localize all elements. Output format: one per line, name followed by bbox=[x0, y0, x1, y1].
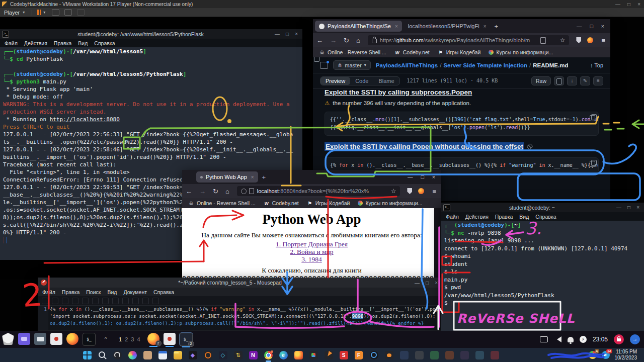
app4-icon[interactable] bbox=[445, 351, 454, 359]
download-icon[interactable]: ↓ bbox=[567, 76, 577, 85]
terminal2-titlebar[interactable]: >_ student@codeby: ~ — □ × bbox=[441, 203, 644, 212]
tab-payloadsallthethings[interactable]: PayloadsAllTheThings/Se × bbox=[315, 21, 402, 32]
save-icon[interactable] bbox=[62, 298, 68, 304]
minimize-button[interactable]: — bbox=[616, 205, 621, 210]
close-button[interactable]: × bbox=[636, 205, 639, 210]
search-replace-icon[interactable] bbox=[152, 298, 159, 304]
menu-item[interactable]: Документ bbox=[123, 289, 147, 295]
close-file-icon[interactable] bbox=[82, 298, 89, 304]
close-button[interactable]: × bbox=[435, 280, 438, 286]
terminal1-titlebar[interactable]: >_ student@codeby: /var/www/html/lesson5… bbox=[0, 29, 302, 39]
terminal-icon[interactable] bbox=[83, 333, 96, 346]
app5-icon[interactable] bbox=[460, 351, 469, 359]
cut-icon[interactable] bbox=[112, 298, 119, 304]
heading-subprocess-popen[interactable]: Exploit the SSTI by calling subprocess.P… bbox=[325, 88, 599, 96]
url-bar[interactable]: https://github.com/swisskyrepo/PayloadsA… bbox=[368, 35, 570, 45]
minimize-button[interactable]: — bbox=[577, 23, 582, 29]
bookmark-codeby[interactable]: wCodeby.net bbox=[394, 49, 430, 55]
reload-icon[interactable]: ↻ bbox=[213, 188, 218, 195]
outline-icon[interactable]: ≡ bbox=[593, 76, 603, 85]
badge-s-icon[interactable]: S bbox=[340, 351, 348, 359]
menu-item[interactable]: Справка bbox=[94, 40, 115, 46]
raw-button[interactable]: Raw bbox=[531, 76, 551, 85]
maximize-button[interactable]: □ bbox=[627, 205, 630, 210]
new-tab-button[interactable]: + bbox=[262, 173, 266, 181]
heading-popen-no-offset[interactable]: Exploit the SSTI by calling Popen withou… bbox=[325, 142, 524, 151]
menu-item[interactable]: Справка bbox=[535, 214, 556, 220]
bookmark-courses[interactable]: Курсы по информаци... bbox=[358, 200, 422, 206]
copy-icon[interactable] bbox=[590, 115, 595, 121]
reader-view-icon[interactable] bbox=[540, 37, 546, 44]
suspend-vm-button[interactable] bbox=[37, 10, 42, 15]
mousepad-titlebar[interactable]: *~/Рабочий стол/tmp_lesson_5 - Mousepad … bbox=[38, 278, 442, 288]
minimize-button[interactable]: — bbox=[275, 31, 280, 37]
pinwheel-icon[interactable] bbox=[128, 351, 137, 359]
redo-icon[interactable] bbox=[102, 298, 109, 304]
blender-icon[interactable] bbox=[385, 351, 393, 359]
tab-close-icon[interactable]: × bbox=[484, 24, 487, 29]
workspace-number[interactable]: 3 bbox=[131, 336, 134, 342]
telegram-tray-icon[interactable]: 34 bbox=[602, 351, 610, 359]
firefox-icon[interactable] bbox=[66, 333, 78, 345]
display-icon[interactable] bbox=[540, 336, 548, 342]
tab-python-web-app[interactable]: Python Web App × bbox=[196, 171, 258, 183]
chevron-icon[interactable]: ^ bbox=[100, 333, 112, 345]
copy-raw-icon[interactable] bbox=[554, 76, 564, 85]
app1-icon[interactable] bbox=[400, 351, 409, 359]
undo-icon[interactable] bbox=[92, 298, 99, 304]
minimize-button[interactable]: — bbox=[415, 280, 420, 286]
save-as-icon[interactable] bbox=[72, 298, 78, 304]
firefox-icon[interactable]: 2 bbox=[147, 333, 159, 345]
branch-selector[interactable]: ⋔ master ▾ bbox=[333, 60, 371, 70]
mousepad-icon[interactable] bbox=[50, 333, 62, 345]
menu-item[interactable]: Справка bbox=[153, 289, 174, 295]
menu-item[interactable]: Действия bbox=[24, 40, 47, 46]
maximize-button[interactable]: □ bbox=[627, 2, 630, 7]
search-icon[interactable] bbox=[98, 351, 107, 359]
book-link-3[interactable]: 3. 1984 bbox=[182, 255, 441, 263]
power-manager-icon[interactable]: ⚡ bbox=[580, 336, 587, 343]
clockapp-icon[interactable] bbox=[204, 351, 212, 359]
volume-icon[interactable] bbox=[554, 336, 561, 342]
copy-icon[interactable] bbox=[122, 298, 129, 304]
files-icon[interactable] bbox=[34, 333, 46, 345]
firefox-account-icon[interactable] bbox=[587, 37, 593, 43]
copy-icon[interactable] bbox=[590, 161, 595, 167]
kali-clock[interactable]: 23:05 bbox=[593, 336, 608, 343]
firefox-icon[interactable] bbox=[294, 351, 303, 359]
menu-item[interactable]: Вид bbox=[107, 289, 117, 295]
close-button[interactable]: × bbox=[601, 23, 604, 29]
bookmark-courses[interactable]: Курсы по информаци... bbox=[489, 49, 553, 55]
send-ctrl-alt-del-button[interactable] bbox=[52, 9, 59, 16]
home-icon[interactable]: ⌂ bbox=[356, 37, 360, 44]
forward-icon[interactable]: → bbox=[330, 37, 337, 44]
bookmark-reverse-shell[interactable]: ☠Online - Reverse Shell ... bbox=[319, 49, 386, 55]
gauge-icon[interactable] bbox=[113, 351, 122, 359]
obsidian-icon[interactable]: ◆ bbox=[189, 351, 197, 359]
maximize-button[interactable]: □ bbox=[421, 174, 424, 180]
maximize-button[interactable]: □ bbox=[286, 31, 289, 37]
lens-icon[interactable] bbox=[370, 351, 378, 359]
edit-icon[interactable]: ✎ bbox=[580, 76, 590, 85]
scrollbar[interactable] bbox=[434, 208, 441, 283]
bookmark-codeby[interactable]: wCodeby.net bbox=[264, 200, 299, 206]
tab-code[interactable]: Code bbox=[350, 77, 373, 85]
chrome-tray-icon[interactable]: A bbox=[589, 351, 597, 359]
lock-screen-button[interactable] bbox=[614, 334, 624, 344]
close-button[interactable]: × bbox=[637, 2, 640, 7]
minimize-button[interactable]: — bbox=[615, 2, 620, 7]
maximize-button[interactable]: □ bbox=[590, 23, 593, 29]
workspace-icon[interactable] bbox=[18, 333, 30, 345]
studio-icon[interactable] bbox=[309, 351, 318, 359]
close-button[interactable]: × bbox=[295, 31, 298, 37]
new-file-icon[interactable] bbox=[42, 298, 48, 304]
anchor-link-icon[interactable] bbox=[527, 144, 531, 149]
player-menu-caret-icon[interactable]: ▾ bbox=[23, 10, 25, 15]
logout-button[interactable]: → bbox=[630, 334, 640, 344]
menu-burger-icon[interactable]: ≡ bbox=[601, 37, 605, 44]
terminal-icon[interactable]: 2 bbox=[180, 333, 193, 346]
workspace-number[interactable]: 2 bbox=[125, 336, 128, 342]
bookmark-games[interactable]: ⚑Игры Кодебай bbox=[438, 49, 481, 55]
notifications-bell-icon[interactable] bbox=[568, 337, 574, 342]
firefox-account-icon[interactable] bbox=[418, 188, 424, 194]
